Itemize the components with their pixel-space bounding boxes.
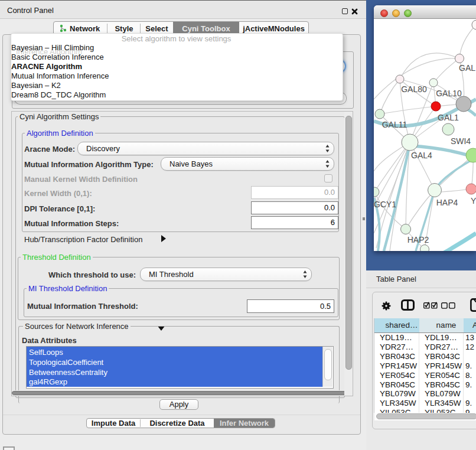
svg-text:GAL1: GAL1 bbox=[438, 113, 459, 122]
svg-text:HAP4: HAP4 bbox=[436, 198, 458, 207]
svg-text:GCY1: GCY1 bbox=[374, 200, 396, 209]
svg-text:GAL4: GAL4 bbox=[411, 151, 432, 160]
svg-text:GAL80: GAL80 bbox=[401, 84, 427, 94]
svg-text:GAL: GAL bbox=[459, 63, 475, 73]
svg-text:HAP2: HAP2 bbox=[407, 235, 429, 244]
svg-text:GAL11: GAL11 bbox=[382, 120, 407, 129]
svg-text:GAL10: GAL10 bbox=[436, 89, 462, 98]
svg-text:Y: Y bbox=[471, 196, 476, 206]
svg-text:SWI4: SWI4 bbox=[451, 136, 471, 146]
